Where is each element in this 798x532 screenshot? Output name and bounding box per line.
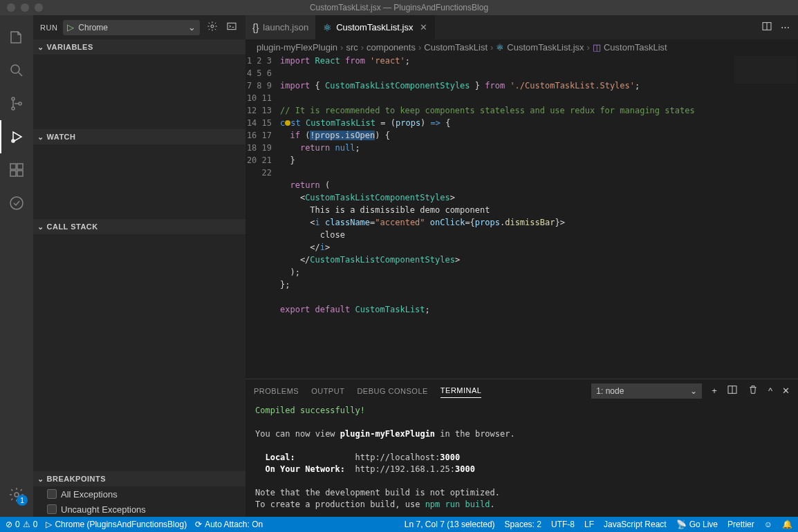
svg-point-11 [211, 25, 214, 28]
live-share-icon[interactable] [0, 187, 33, 220]
panel-tab-terminal[interactable]: TERMINAL [440, 383, 482, 398]
code-editor[interactable]: 1 2 3 4 5 6 7 8 9 10 11 12 13 14 15 16 1… [245, 55, 798, 379]
line-numbers: 1 2 3 4 5 6 7 8 9 10 11 12 13 14 15 16 1… [245, 55, 280, 379]
run-config-name: Chrome [78, 23, 184, 32]
chevron-down-icon: ⌄ [37, 222, 44, 231]
settings-icon[interactable]: 1 [0, 478, 33, 511]
callstack-header[interactable]: ⌄ CALL STACK [33, 219, 245, 234]
panel: PROBLEMS OUTPUT DEBUG CONSOLE TERMINAL 1… [245, 379, 798, 517]
explorer-icon[interactable] [0, 21, 33, 54]
watch-header[interactable]: ⌄ WATCH [33, 129, 245, 144]
breakpoints-section: ⌄ BREAKPOINTS All Exceptions Uncaught Ex… [33, 471, 245, 517]
status-auto-attach[interactable]: ⟳ Auto Attach: On [195, 520, 263, 529]
tab-customtasklist-jsx[interactable]: ⚛ CustomTaskList.jsx ✕ [316, 15, 435, 39]
status-spaces[interactable]: Spaces: 2 [505, 520, 541, 529]
panel-tab-problems[interactable]: PROBLEMS [254, 384, 299, 398]
variables-header[interactable]: ⌄ VARIABLES [33, 39, 245, 55]
chevron-down-icon: ⌄ [37, 475, 44, 484]
panel-tabs: PROBLEMS OUTPUT DEBUG CONSOLE TERMINAL 1… [245, 379, 798, 402]
run-debug-icon[interactable] [0, 120, 33, 153]
chevron-down-icon: ⌄ [188, 22, 196, 32]
debug-console-icon[interactable] [225, 19, 239, 35]
svg-point-1 [12, 97, 15, 100]
svg-point-9 [10, 197, 23, 209]
status-eol[interactable]: LF [584, 520, 594, 529]
react-icon: ⚛ [496, 42, 504, 53]
breadcrumbs[interactable]: plugin-myFlexPlugin › src › components ›… [245, 39, 798, 55]
split-editor-icon[interactable] [761, 21, 772, 34]
close-window[interactable] [7, 3, 15, 12]
svg-point-3 [19, 102, 21, 105]
checkbox[interactable] [47, 504, 57, 514]
run-config-dropdown[interactable]: ▷ Chrome ⌄ [63, 20, 200, 35]
svg-point-2 [12, 107, 15, 110]
source-control-icon[interactable] [0, 87, 33, 120]
terminal-output[interactable]: Compiled successfully! You can now view … [245, 402, 798, 517]
breakpoint-item[interactable]: All Exceptions [33, 486, 245, 502]
more-icon[interactable]: ⋯ [781, 22, 790, 32]
tab-launch-json[interactable]: {} launch.json [245, 15, 316, 39]
panel-tab-output[interactable]: OUTPUT [311, 384, 344, 398]
chevron-down-icon: ⌄ [37, 43, 44, 52]
status-go-live[interactable]: 📡 Go Live [676, 520, 718, 529]
react-icon: ⚛ [323, 22, 332, 33]
svg-rect-8 [17, 171, 23, 176]
variables-section: ⌄ VARIABLES [33, 39, 245, 129]
breakpoints-header[interactable]: ⌄ BREAKPOINTS [33, 471, 245, 486]
play-icon: ▷ [67, 22, 74, 32]
close-panel-icon[interactable]: ✕ [782, 386, 790, 396]
search-icon[interactable] [0, 54, 33, 87]
json-icon: {} [252, 22, 259, 33]
status-prettier[interactable]: Prettier [727, 520, 754, 529]
status-launch-config[interactable]: ▷ Chrome (PluginsAndFunctionsBlog) [46, 520, 187, 529]
minimap[interactable] [734, 56, 797, 84]
activity-bar: 1 [0, 15, 33, 517]
watch-section: ⌄ WATCH [33, 129, 245, 219]
editor-area: {} launch.json ⚛ CustomTaskList.jsx ✕ ⋯ … [245, 15, 798, 517]
status-language[interactable]: JavaScript React [604, 520, 667, 529]
window-title: CustomTaskList.jsx — PluginsAndFunctions… [310, 3, 488, 12]
status-encoding[interactable]: UTF-8 [551, 520, 575, 529]
maximize-panel-icon[interactable]: ^ [768, 386, 772, 396]
breakpoint-item[interactable]: Uncaught Exceptions [33, 502, 245, 517]
svg-rect-7 [10, 171, 16, 176]
status-errors[interactable]: ⊘ 0 ⚠ 0 [6, 520, 37, 529]
extensions-icon[interactable] [0, 153, 33, 187]
panel-tab-debug-console[interactable]: DEBUG CONSOLE [357, 384, 427, 398]
svg-point-0 [11, 65, 19, 73]
split-terminal-icon[interactable] [727, 384, 738, 397]
close-icon[interactable]: ✕ [420, 22, 427, 32]
maximize-window[interactable] [35, 3, 43, 12]
callstack-section: ⌄ CALL STACK [33, 219, 245, 471]
chevron-down-icon: ⌄ [37, 133, 44, 142]
svg-rect-6 [17, 164, 23, 169]
terminal-select[interactable]: 1: node ⌄ [591, 383, 702, 399]
titlebar: CustomTaskList.jsx — PluginsAndFunctions… [0, 0, 798, 15]
statusbar: ⊘ 0 ⚠ 0 ▷ Chrome (PluginsAndFunctionsBlo… [0, 517, 798, 532]
run-label: RUN [40, 23, 57, 32]
svg-rect-5 [10, 164, 16, 169]
settings-badge: 1 [17, 495, 28, 506]
status-feedback-icon[interactable]: ☺ [764, 520, 772, 529]
new-terminal-icon[interactable]: + [712, 386, 717, 396]
status-bell-icon[interactable]: 🔔 [782, 520, 792, 529]
code-content[interactable]: import React from 'react'; import { Cust… [280, 55, 798, 379]
gear-icon[interactable] [205, 19, 219, 35]
trash-icon[interactable] [748, 384, 759, 397]
checkbox[interactable] [47, 489, 57, 499]
window-controls [0, 3, 43, 12]
debug-sidebar: RUN ▷ Chrome ⌄ ⌄ VARIABLES ⌄ WATCH [33, 15, 245, 517]
symbol-icon: ◫ [593, 42, 601, 53]
tabs-bar: {} launch.json ⚛ CustomTaskList.jsx ✕ ⋯ [245, 15, 798, 39]
status-cursor-pos[interactable]: Ln 7, Col 7 (13 selected) [405, 520, 495, 529]
svg-rect-12 [228, 23, 236, 29]
run-toolbar: RUN ▷ Chrome ⌄ [33, 15, 245, 39]
chevron-down-icon: ⌄ [690, 386, 697, 396]
minimize-window[interactable] [21, 3, 29, 12]
